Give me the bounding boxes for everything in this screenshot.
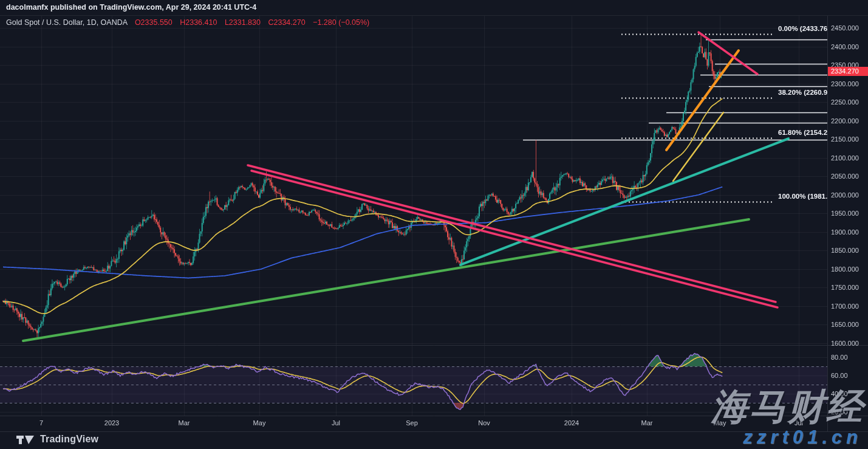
price-tick-label: 2400.000: [831, 43, 859, 50]
fib-retracement-labels: 0.00% (2433.765)38.20% (2260.968)61.80% …: [0, 16, 827, 345]
time-tick-label: 2023: [104, 419, 119, 427]
symbol-legend[interactable]: Gold Spot / U.S. Dollar, 1D, OANDA O2335…: [6, 18, 369, 27]
last-price-badge: 2334.270: [828, 67, 868, 76]
price-tick-label: 2050.000: [831, 173, 859, 180]
ohlc-open: O2335.550: [135, 18, 173, 27]
fib-level-label: 38.20% (2260.968): [778, 89, 827, 96]
price-tick-label: 2250.000: [831, 98, 859, 106]
price-tick-label: 1900.000: [831, 228, 859, 236]
price-tick-label: 1800.000: [831, 266, 859, 273]
ohlc-low: L2331.830: [225, 18, 261, 27]
symbol-title: Gold Spot / U.S. Dollar, 1D, OANDA: [6, 18, 127, 27]
price-tick-label: 1750.000: [831, 284, 859, 291]
price-tick-label: 1950.000: [831, 210, 859, 217]
time-tick-label: Mar: [641, 419, 653, 427]
time-tick-label: 7: [39, 419, 43, 427]
published-text: dacolmanfx published on TradingView.com,…: [6, 3, 256, 12]
watermark-site-url: zzrt01.cn: [743, 427, 862, 448]
time-tick-label: Mar: [179, 419, 190, 427]
time-tick-label: May: [253, 419, 266, 427]
fib-level-label: 61.80% (2154.214): [778, 129, 827, 136]
price-tick-label: 1850.000: [831, 247, 859, 254]
price-tick-label: 2150.000: [831, 135, 859, 143]
ohlc-high: H2336.410: [180, 18, 217, 27]
tradingview-link[interactable]: TradingView: [16, 434, 98, 445]
price-tick-label: 1700.000: [831, 303, 859, 310]
ohlc-close: C2334.270: [268, 18, 305, 27]
time-tick-label: Jul: [332, 419, 340, 427]
fib-level-label: 0.00% (2433.765): [778, 25, 827, 32]
price-tick-label: 1600.000: [831, 340, 859, 347]
tradingview-logo-icon: [16, 434, 35, 445]
price-tick-label: 1650.000: [831, 321, 859, 328]
rsi-tick-label: 80.00: [831, 354, 848, 361]
rsi-tick-label: 60.00: [831, 372, 848, 379]
ohlc-change: −1.280 (−0.05%): [313, 18, 369, 27]
fib-level-label: 100.00% (1981.410): [778, 193, 827, 200]
price-tick-label: 2450.000: [831, 24, 859, 32]
time-tick-label: Nov: [478, 419, 490, 427]
published-bar: dacolmanfx published on TradingView.com,…: [0, 0, 868, 16]
price-tick-label: 2200.000: [831, 117, 859, 125]
watermark-site-name: 海马财经: [711, 383, 864, 432]
tradingview-published-chart: dacolmanfx published on TradingView.com,…: [0, 0, 868, 449]
price-tick-label: 2000.000: [831, 191, 859, 199]
time-tick-label: 2024: [564, 419, 579, 427]
price-tick-label: 2300.000: [831, 80, 859, 87]
price-tick-label: 2100.000: [831, 154, 859, 162]
footer: TradingView: [0, 432, 868, 449]
tradingview-brand-text: TradingView: [40, 434, 98, 445]
time-tick-label: Sep: [406, 419, 418, 427]
